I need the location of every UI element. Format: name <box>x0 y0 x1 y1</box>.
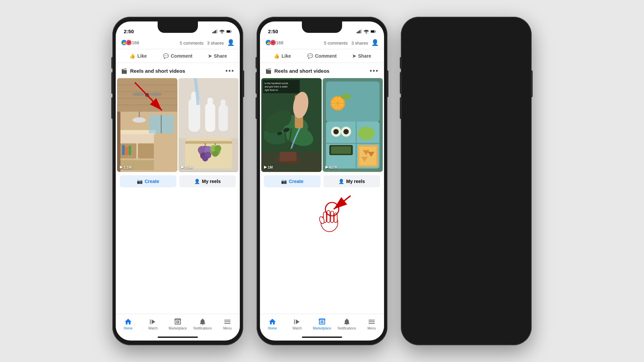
bottom-nav-2: Home Watch Marketplace Notifications Men… <box>260 314 384 334</box>
home-indicator-1 <box>116 334 240 341</box>
create-button-2[interactable]: 📷 Create <box>264 175 321 187</box>
notifications-icon <box>199 318 207 326</box>
share-label: Share <box>214 53 227 59</box>
nav-watch[interactable]: Watch <box>141 316 165 331</box>
svg-rect-5 <box>227 31 230 32</box>
nav-menu[interactable]: Menu <box>215 316 240 331</box>
like-button-2[interactable]: 👍 Like <box>263 51 302 61</box>
my-reels-icon: 👤 <box>194 179 200 184</box>
phone-2-power-button <box>387 70 388 97</box>
comments-count: 5 comments <box>180 41 204 46</box>
comment-label: Comment <box>171 53 193 59</box>
comment-label-2: Comment <box>315 53 337 59</box>
comment-button-2[interactable]: 💬 Comment <box>302 51 342 61</box>
play-icon-3: ▶ <box>264 165 267 169</box>
reels-grid: ▶ 1.1M <box>116 78 240 172</box>
svg-rect-56 <box>360 30 361 33</box>
nav-marketplace[interactable]: Marketplace <box>165 316 190 331</box>
view-count-4: 427K <box>329 165 338 169</box>
svg-point-14 <box>132 117 146 123</box>
reel-item-2[interactable]: ▶ 1.5M <box>178 78 239 172</box>
svg-rect-38 <box>185 141 232 144</box>
reel-2-views: ▶ 1.5M <box>181 165 193 169</box>
svg-point-25 <box>149 93 162 96</box>
view-count-2: 1.5M <box>185 165 193 169</box>
phone-3-volume-down <box>400 97 401 119</box>
reels-buttons-2: 📷 Create 👤 My reels <box>260 172 384 191</box>
nav-marketplace-2[interactable]: Marketplace <box>310 316 334 331</box>
view-count-1: 1.1M <box>123 165 131 169</box>
phone-2-silent-button <box>256 57 257 69</box>
my-reels-button-2[interactable]: 👤 My reels <box>323 175 380 187</box>
comments-count-2: 5 comments <box>324 41 348 46</box>
my-reels-label: My reels <box>202 179 221 184</box>
avatar-small: 👤 <box>227 39 234 46</box>
svg-point-85 <box>333 129 338 134</box>
comment-button[interactable]: 💬 Comment <box>158 51 198 61</box>
menu-icon-2 <box>368 318 376 326</box>
reels-more-dots[interactable]: ••• <box>225 67 234 75</box>
post-actions-2[interactable]: 👍 Like 💬 Comment ➤ Share <box>260 49 384 63</box>
phone-1-content: 👍 ❤ 168 5 comments 3 shares 👤 👍 Like <box>116 36 240 314</box>
notifications-icon-2 <box>343 318 351 326</box>
nav-notifications-2[interactable]: Notifications <box>334 316 359 331</box>
phone-volume-up <box>111 72 113 94</box>
phone-2-notch <box>302 21 342 33</box>
phone-volume-down <box>111 97 113 119</box>
svg-rect-51 <box>150 319 151 324</box>
watch-icon <box>149 318 157 326</box>
share-button[interactable]: ➤ Share <box>198 51 237 61</box>
svg-point-103 <box>358 127 374 140</box>
reels-header-2: 🎬 Reels and short videos ••• <box>260 67 384 75</box>
svg-text:right down to: right down to <box>265 89 278 92</box>
like-button[interactable]: 👍 Like <box>118 51 158 61</box>
home-icon-2 <box>268 318 276 326</box>
nav-notifications[interactable]: Notifications <box>190 316 215 331</box>
signal-icon <box>212 29 218 34</box>
nav-home[interactable]: Home <box>116 316 141 331</box>
nav-home-label: Home <box>124 326 133 330</box>
battery-icon-2 <box>371 29 376 34</box>
phone-2-screen: 2:50 👍 ❤ 168 5 comments <box>260 21 384 341</box>
reel-item-3[interactable]: to the handheld nozzle and give them a w… <box>261 78 322 172</box>
nav-menu-2[interactable]: Menu <box>359 316 384 331</box>
status-icons <box>212 29 232 34</box>
my-reels-button[interactable]: 👤 My reels <box>179 175 236 187</box>
reactions: 👍 ❤ 168 <box>121 40 139 46</box>
reel-item-4[interactable]: ▶ 427K <box>323 78 383 172</box>
reel-3-visual: to the handheld nozzle and give them a w… <box>261 78 322 172</box>
wifi-icon-2 <box>364 29 369 34</box>
nav-home-2[interactable]: Home <box>260 316 285 331</box>
create-icon: 📷 <box>137 179 143 184</box>
reaction-count-2: 168 <box>276 40 283 45</box>
post-meta-2: 👍 ❤ 168 5 comments 3 shares 👤 <box>260 36 384 49</box>
nav-watch-label-2: Watch <box>292 326 302 330</box>
reels-icon-2: 🎬 <box>265 68 272 74</box>
share-icon-2: ➤ <box>352 53 356 59</box>
reels-title-text: Reels and short videos <box>130 68 185 74</box>
svg-rect-54 <box>357 32 358 33</box>
avatar-small-2: 👤 <box>371 39 379 46</box>
reactions-2: 👍 ❤ 168 <box>265 40 283 46</box>
svg-rect-35 <box>218 105 228 131</box>
reels-buttons: 📷 Create 👤 My reels <box>116 172 240 191</box>
like-icon-2: 👍 <box>274 53 279 59</box>
phone-3-volume-up <box>400 72 401 94</box>
reels-more-dots-2[interactable]: ••• <box>370 67 379 75</box>
svg-point-48 <box>212 151 218 157</box>
reels-icon: 🎬 <box>121 68 127 74</box>
svg-point-47 <box>214 145 221 152</box>
comment-icon: 💬 <box>163 53 169 59</box>
shares-count: 3 shares <box>207 41 224 46</box>
phone-2-volume-down <box>256 97 257 119</box>
reel-item-1[interactable]: ▶ 1.1M <box>117 78 177 172</box>
svg-text:and give them a water: and give them a water <box>265 85 288 88</box>
heart-reaction: ❤ <box>126 40 132 46</box>
share-button-2[interactable]: ➤ Share <box>342 51 381 61</box>
like-icon: 👍 <box>129 53 135 59</box>
nav-watch-2[interactable]: Watch <box>285 316 310 331</box>
post-actions[interactable]: 👍 Like 💬 Comment ➤ Share <box>116 49 240 63</box>
phone-silent-button <box>111 57 113 69</box>
share-label-2: Share <box>358 53 371 59</box>
create-button[interactable]: 📷 Create <box>120 175 176 187</box>
